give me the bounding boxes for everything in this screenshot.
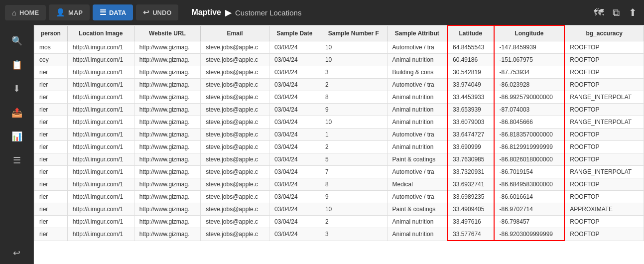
cell-r4-c2: http://www.gizmag. xyxy=(134,91,200,104)
cell-r5-c7: 33.653939 xyxy=(447,104,494,116)
data-table-area[interactable]: personLocation ImageWebsite URLEmailSamp… xyxy=(34,25,644,264)
data-button[interactable]: ☰ DATA xyxy=(93,4,133,20)
sidebar-search[interactable]: 🔍 xyxy=(6,30,28,52)
cell-r6-c6: Animal nutrition xyxy=(387,116,447,129)
table-row[interactable]: rierhttp://i.imgur.com/1http://www.gizma… xyxy=(34,203,644,216)
table-row[interactable]: rierhttp://i.imgur.com/1http://www.gizma… xyxy=(34,153,644,166)
cell-r6-c3: steve.jobs@apple.c xyxy=(201,116,269,129)
cell-r9-c6: Paint & coatings xyxy=(387,153,447,166)
table-row[interactable]: rierhttp://i.imgur.com/1http://www.gizma… xyxy=(34,166,644,178)
table-row[interactable]: rierhttp://i.imgur.com/1http://www.gizma… xyxy=(34,116,644,129)
map-view-icon-btn[interactable]: 🗺 xyxy=(592,5,606,20)
cell-r8-c0: rier xyxy=(34,141,68,153)
cell-r13-c4: 03/04/24 xyxy=(269,203,320,216)
cell-r15-c9: ROOFTOP xyxy=(564,228,644,241)
cell-r9-c7: 33.7630985 xyxy=(447,153,494,166)
table-row[interactable]: rierhttp://i.imgur.com/1http://www.gizma… xyxy=(34,178,644,191)
table-row[interactable]: rierhttp://i.imgur.com/1http://www.gizma… xyxy=(34,66,644,79)
cell-r11-c1: http://i.imgur.com/1 xyxy=(67,178,134,191)
cell-r1-c1: http://i.imgur.com/1 xyxy=(67,54,134,66)
table-row[interactable]: rierhttp://i.imgur.com/1http://www.gizma… xyxy=(34,129,644,141)
cell-r4-c0: rier xyxy=(34,91,68,104)
cell-r13-c0: rier xyxy=(34,203,68,216)
cell-r12-c8: -86.6016614 xyxy=(494,191,565,203)
cell-r9-c9: ROOFTOP xyxy=(564,153,644,166)
cell-r8-c7: 33.690999 xyxy=(447,141,494,153)
cell-r9-c1: http://i.imgur.com/1 xyxy=(67,153,134,166)
page-title: Customer Locations xyxy=(235,8,301,17)
map-button[interactable]: 👤 MAP xyxy=(49,4,90,20)
undo-button[interactable]: ↩ UNDO xyxy=(136,4,178,20)
cell-r12-c9: ROOFTOP xyxy=(564,191,644,203)
cell-r5-c4: 03/04/24 xyxy=(269,104,320,116)
cell-r9-c2: http://www.gizmag. xyxy=(134,153,200,166)
sidebar-back[interactable]: ↩ xyxy=(6,242,28,264)
col-header-longitude: Longitude xyxy=(494,25,565,41)
cell-r6-c2: http://www.gizmag. xyxy=(134,116,200,129)
col-header-sample-number-f: Sample Number F xyxy=(320,25,387,41)
cell-r12-c0: rier xyxy=(34,191,68,203)
cell-r4-c8: -86.9925790000000 xyxy=(494,91,565,104)
cell-r3-c8: -86.023928 xyxy=(494,79,565,91)
undo-icon: ↩ xyxy=(143,8,149,17)
cell-r13-c5: 10 xyxy=(320,203,387,216)
cell-r9-c4: 03/04/24 xyxy=(269,153,320,166)
table-row[interactable]: rierhttp://i.imgur.com/1http://www.gizma… xyxy=(34,228,644,241)
cell-r2-c8: -87.753934 xyxy=(494,66,565,79)
cell-r2-c2: http://www.gizmag. xyxy=(134,66,200,79)
cell-r0-c1: http://i.imgur.com/1 xyxy=(67,41,134,54)
data-icon: ☰ xyxy=(100,8,106,17)
cell-r6-c5: 10 xyxy=(320,116,387,129)
cell-r5-c1: http://i.imgur.com/1 xyxy=(67,104,134,116)
col-header-sample-date: Sample Date xyxy=(269,25,320,41)
main-area: 🔍 📋 ⬇ 📤 📊 ☰ ↩ personLocation ImageWebsit… xyxy=(0,25,644,264)
cell-r10-c5: 7 xyxy=(320,166,387,178)
cell-r0-c0: mos xyxy=(34,41,68,54)
home-button[interactable]: ⌂ HOME xyxy=(5,5,46,20)
col-header-location-image: Location Image xyxy=(67,25,134,41)
cell-r13-c6: Paint & coatings xyxy=(387,203,447,216)
cell-r5-c2: http://www.gizmag. xyxy=(134,104,200,116)
share-icon-btn[interactable]: ⬆ xyxy=(627,4,639,20)
cell-r11-c5: 8 xyxy=(320,178,387,191)
col-header-latitude: Latitude xyxy=(447,25,494,41)
table-row[interactable]: rierhttp://i.imgur.com/1http://www.gizma… xyxy=(34,79,644,91)
cell-r7-c7: 33.6474727 xyxy=(447,129,494,141)
sidebar-chart[interactable]: 📊 xyxy=(6,126,28,147)
table-row[interactable]: rierhttp://i.imgur.com/1http://www.gizma… xyxy=(34,191,644,203)
cell-r4-c9: RANGE_INTERPOLAT xyxy=(564,91,644,104)
table-row[interactable]: rierhttp://i.imgur.com/1http://www.gizma… xyxy=(34,141,644,153)
cell-r6-c4: 03/04/24 xyxy=(269,116,320,129)
cell-r11-c0: rier xyxy=(34,178,68,191)
cell-r2-c3: steve.jobs@apple.c xyxy=(201,66,269,79)
undo-label: UNDO xyxy=(152,9,171,16)
cell-r11-c9: ROOFTOP xyxy=(564,178,644,191)
sidebar-copy[interactable]: 📋 xyxy=(6,54,28,76)
cell-r1-c7: 60.49186 xyxy=(447,54,494,66)
sidebar-list[interactable]: ☰ xyxy=(6,149,28,171)
sidebar-download[interactable]: ⬇ xyxy=(6,78,28,100)
cell-r6-c1: http://i.imgur.com/1 xyxy=(67,116,134,129)
table-row[interactable]: rierhttp://i.imgur.com/1http://www.gizma… xyxy=(34,91,644,104)
table-row[interactable]: ceyhttp://i.imgur.com/1http://www.gizmag… xyxy=(34,54,644,66)
table-row[interactable]: rierhttp://i.imgur.com/1http://www.gizma… xyxy=(34,104,644,116)
table-row[interactable]: rierhttp://i.imgur.com/1http://www.gizma… xyxy=(34,216,644,228)
cell-r1-c4: 03/04/24 xyxy=(269,54,320,66)
cell-r8-c2: http://www.gizmag. xyxy=(134,141,200,153)
cell-r14-c3: steve.jobs@apple.c xyxy=(201,216,269,228)
cell-r14-c4: 03/04/24 xyxy=(269,216,320,228)
cell-r3-c0: rier xyxy=(34,79,68,91)
sidebar-export[interactable]: 📤 xyxy=(6,102,28,124)
cell-r6-c8: -86.8045666 xyxy=(494,116,565,129)
cell-r4-c3: steve.jobs@apple.c xyxy=(201,91,269,104)
cell-r13-c9: APPROXIMATE xyxy=(564,203,644,216)
cell-r15-c2: http://www.gizmag. xyxy=(134,228,200,241)
cell-r11-c3: steve.jobs@apple.c xyxy=(201,178,269,191)
cell-r15-c0: rier xyxy=(34,228,68,241)
table-row[interactable]: moshttp://i.imgur.com/1http://www.gizmag… xyxy=(34,41,644,54)
cell-r14-c1: http://i.imgur.com/1 xyxy=(67,216,134,228)
cell-r5-c8: -87.074003 xyxy=(494,104,565,116)
layers-icon-btn[interactable]: ⧉ xyxy=(611,5,622,20)
cell-r14-c9: ROOFTOP xyxy=(564,216,644,228)
home-label: HOME xyxy=(19,9,39,16)
